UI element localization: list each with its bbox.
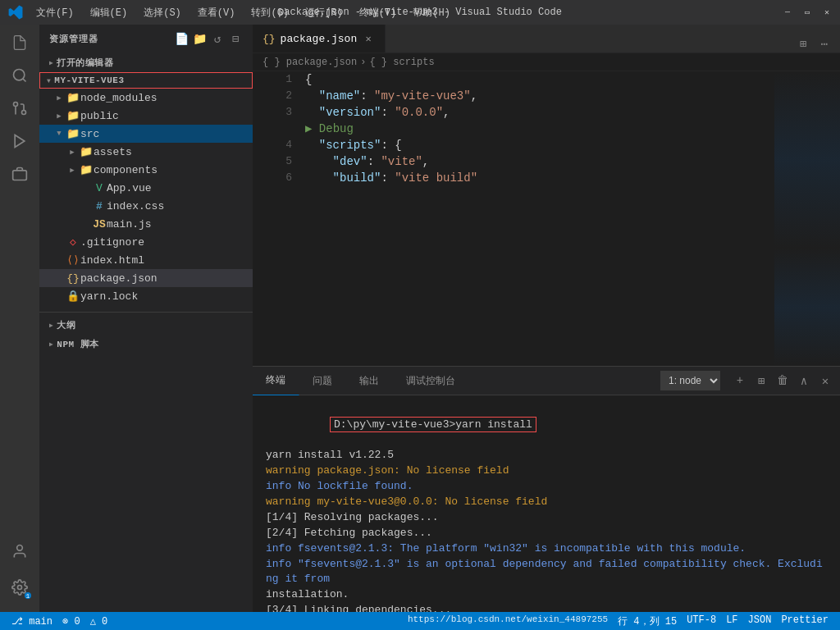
tree-item-label: public (80, 110, 253, 122)
activity-explorer[interactable] (5, 28, 34, 57)
status-formatter[interactable]: Prettier (776, 614, 833, 626)
status-language[interactable]: JSON (743, 614, 777, 626)
new-file-button[interactable]: 📄 (174, 32, 189, 47)
project-header[interactable]: ▼ MY-VITE-VUE3 (39, 72, 253, 89)
close-button[interactable]: ✕ (822, 7, 832, 17)
line-number: 4 (266, 137, 292, 153)
folder-chevron: ▶ (52, 112, 66, 121)
breadcrumb-scripts[interactable]: { } scripts (369, 57, 434, 68)
status-branch[interactable]: ⎇ main (7, 612, 57, 630)
refresh-button[interactable]: ↺ (210, 32, 225, 47)
tab-debug-console[interactable]: 调试控制台 (393, 367, 469, 395)
outline-chevron: ▶ (49, 322, 53, 329)
folder-icon: 📁 (79, 145, 94, 158)
status-position[interactable]: 行 4，列 15 (613, 614, 682, 628)
folder-chevron: ▶ (66, 148, 79, 157)
tree-src[interactable]: ▼ 📁 src (39, 125, 253, 143)
terminal-selector[interactable]: 1: node (660, 371, 720, 390)
tree-index-css[interactable]: # index.css (39, 197, 253, 215)
activity-debug[interactable] (5, 126, 34, 156)
more-actions-button[interactable]: ⋯ (815, 34, 833, 52)
split-editor-button[interactable]: ⊞ (794, 34, 812, 52)
tab-problems[interactable]: 问题 (299, 367, 346, 395)
title-bar: 文件(F) 编辑(E) 选择(S) 查看(V) 转到(G) 运行(R) 终端(T… (0, 0, 840, 25)
status-encoding[interactable]: UTF-8 (682, 614, 721, 626)
position-label: 行 4，列 15 (618, 614, 677, 628)
project-chevron: ▼ (47, 77, 51, 84)
code-editor[interactable]: 1 { 2 "name": "my-vite-vue3", 3 (253, 71, 774, 366)
tree-node-modules[interactable]: ▶ 📁 node_modules (39, 89, 253, 107)
open-editors-section[interactable]: ▶ 打开的编辑器 (39, 53, 253, 72)
menu-file[interactable]: 文件(F) (30, 4, 80, 21)
tree-gitignore[interactable]: ◇ .gitignore (39, 233, 253, 251)
folder-icon: 📁 (66, 109, 80, 122)
activity-settings[interactable]: 1 (5, 573, 34, 602)
new-terminal-button[interactable]: + (732, 372, 748, 389)
new-folder-button[interactable]: 📁 (192, 32, 207, 47)
tab-label: package.json (281, 33, 358, 45)
svg-point-8 (18, 586, 22, 590)
activity-git[interactable] (5, 94, 34, 123)
tree-components[interactable]: ▶ 📁 components (39, 161, 253, 179)
line-content: "scripts": { (305, 137, 761, 153)
terminal-content[interactable]: D:\py\my-vite-vue3>yarn install yarn ins… (253, 395, 840, 612)
menu-edit[interactable]: 编辑(E) (84, 4, 135, 21)
menu-selection[interactable]: 选择(S) (137, 4, 188, 21)
collapse-button[interactable]: ⊟ (228, 32, 243, 47)
line-number: 2 (266, 88, 292, 104)
tree-assets[interactable]: ▶ 📁 assets (39, 143, 253, 161)
editor-area: {} package.json ✕ ⊞ ⋯ { } package.json ›… (253, 25, 840, 612)
tree-item-label: components (94, 164, 253, 176)
minimize-button[interactable]: ─ (783, 7, 792, 17)
split-terminal-button[interactable]: ⊞ (753, 372, 769, 389)
tree-app-vue[interactable]: V App.vue (39, 179, 253, 197)
outline-section[interactable]: ▶ 大纲 (39, 316, 253, 335)
restore-button[interactable]: ▭ (802, 7, 812, 17)
vscode-icon (8, 5, 23, 20)
terminal-line: warning my-vite-vue3@0.0.0: No license f… (266, 495, 827, 509)
tree-yarn-lock[interactable]: 🔒 yarn.lock (39, 287, 253, 305)
sidebar-header: 资源管理器 📄 📁 ↺ ⊟ (39, 25, 253, 53)
tab-close-button[interactable]: ✕ (362, 32, 375, 45)
activity-account[interactable] (5, 536, 34, 566)
svg-point-0 (14, 70, 25, 80)
code-line-6: 6 "build": "vite build" (253, 170, 774, 186)
blog-url: https://blog.csdn.net/weixin_44897255 (408, 614, 608, 624)
line-number: 5 (266, 153, 292, 170)
tab-output[interactable]: 输出 (346, 367, 393, 395)
tree-package-json[interactable]: {} package.json (39, 269, 253, 287)
formatter-label: Prettier (781, 614, 829, 626)
folder-icon: 📁 (66, 91, 80, 104)
code-line-5: 5 "dev": "vite", (253, 153, 774, 170)
terminal-line: yarn install v1.22.5 (266, 448, 827, 463)
sidebar-actions: 📄 📁 ↺ ⊟ (174, 32, 243, 47)
tab-terminal[interactable]: 终端 (253, 367, 299, 395)
activity-search[interactable] (5, 61, 34, 90)
panel-tab-bar: 终端 问题 输出 调试控制台 1: node + ⊞ 🗑 ∧ ✕ (253, 367, 840, 395)
tree-public[interactable]: ▶ 📁 public (39, 107, 253, 125)
html-icon: ⟨⟩ (66, 253, 80, 267)
activity-extensions[interactable] (5, 159, 34, 189)
line-number: 1 (266, 71, 292, 88)
code-line-4: 4 "scripts": { (253, 137, 774, 153)
editor-content: 1 { 2 "name": "my-vite-vue3", 3 (253, 71, 840, 366)
status-errors[interactable]: ⊗ 0 (57, 612, 85, 630)
breadcrumb-file[interactable]: { } package.json (262, 57, 357, 68)
status-blog-link[interactable]: https://blog.csdn.net/weixin_44897255 (403, 614, 613, 624)
svg-point-2 (22, 111, 26, 115)
npm-scripts-section[interactable]: ▶ NPM 脚本 (39, 335, 253, 354)
tree-index-html[interactable]: ⟨⟩ index.html (39, 251, 253, 269)
maximize-panel-button[interactable]: ∧ (796, 372, 812, 389)
errors-label: ⊗ 0 (62, 615, 80, 628)
breadcrumb-separator: › (360, 57, 366, 68)
tree-main-js[interactable]: JS main.js (39, 215, 253, 233)
tab-package-json[interactable]: {} package.json ✕ (253, 25, 386, 52)
kill-terminal-button[interactable]: 🗑 (774, 372, 791, 389)
status-line-ending[interactable]: LF (721, 614, 742, 626)
tree-item-label: .gitignore (80, 236, 253, 249)
close-panel-button[interactable]: ✕ (817, 372, 833, 389)
outline-label: 大纲 (57, 319, 75, 331)
line-content: "version": "0.0.0", (305, 104, 761, 121)
menu-view[interactable]: 查看(V) (191, 4, 242, 21)
status-warnings[interactable]: △ 0 (85, 612, 113, 630)
